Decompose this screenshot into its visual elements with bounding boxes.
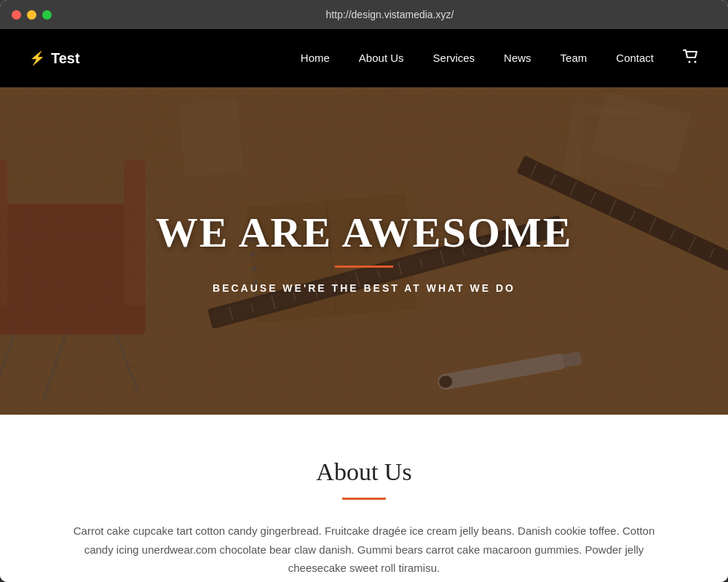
nav-link-news[interactable]: News [504, 52, 531, 64]
nav-link-services[interactable]: Services [433, 52, 475, 64]
minimize-button[interactable] [27, 10, 36, 20]
nav-link-contact[interactable]: Contact [616, 52, 654, 64]
maximize-button[interactable] [42, 10, 52, 20]
nav-item-news[interactable]: News [504, 52, 531, 65]
nav-item-team[interactable]: Team [561, 52, 587, 65]
hero-title: WE ARE AWESOME [156, 208, 573, 257]
logo-icon: ⚡ [29, 50, 45, 66]
about-divider [342, 498, 386, 500]
nav-item-contact[interactable]: Contact [616, 52, 654, 65]
nav-item-cart[interactable] [683, 49, 699, 68]
browser-window: http://design.vistamedia.xyz/ ⚡ Test Hom… [0, 0, 728, 582]
hero-divider [335, 266, 393, 268]
nav-link-team[interactable]: Team [561, 52, 587, 64]
nav-item-services[interactable]: Services [433, 52, 475, 65]
about-title: About Us [29, 458, 699, 486]
nav-link-about[interactable]: About Us [359, 52, 404, 64]
logo-text: Test [51, 50, 80, 67]
title-bar: http://design.vistamedia.xyz/ [0, 0, 728, 29]
navbar: ⚡ Test Home About Us Services News Team … [0, 29, 728, 87]
nav-link-home[interactable]: Home [301, 52, 330, 64]
cart-icon[interactable] [683, 52, 699, 67]
nav-item-home[interactable]: Home [301, 52, 330, 65]
hero-section: WE ARE AWESOME BECAUSE WE'RE THE BEST AT… [0, 87, 728, 415]
nav-item-about[interactable]: About Us [359, 52, 404, 65]
hero-subtitle: BECAUSE WE'RE THE BEST AT WHAT WE DO [156, 282, 573, 294]
svg-point-0 [689, 60, 691, 63]
hero-content: WE ARE AWESOME BECAUSE WE'RE THE BEST AT… [156, 208, 573, 294]
close-button[interactable] [12, 10, 21, 20]
address-bar[interactable]: http://design.vistamedia.xyz/ [63, 9, 716, 20]
nav-menu: Home About Us Services News Team Contact [301, 49, 699, 68]
svg-point-1 [695, 60, 697, 63]
url-text: http://design.vistamedia.xyz/ [326, 9, 454, 20]
traffic-lights [12, 10, 52, 20]
website-content: ⚡ Test Home About Us Services News Team … [0, 29, 728, 582]
about-body: Carrot cake cupcake tart cotton candy gi… [66, 522, 662, 578]
logo-link[interactable]: ⚡ Test [29, 50, 80, 67]
about-section: About Us Carrot cake cupcake tart cotton… [0, 415, 728, 582]
